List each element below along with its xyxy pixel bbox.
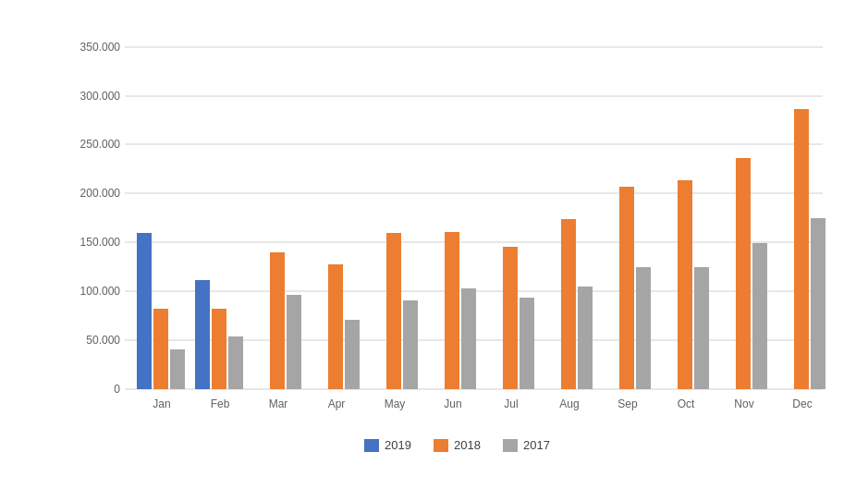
legend-item-2017: 2017 xyxy=(503,438,550,452)
legend-color-2019 xyxy=(364,439,379,452)
bar-2018-jan xyxy=(153,309,168,389)
bar-2018-dec xyxy=(794,109,809,389)
bar-2017-may xyxy=(403,300,418,389)
legend-label-2019: 2019 xyxy=(385,438,411,452)
x-label-sep: Sep xyxy=(617,397,638,410)
bar-2017-apr xyxy=(345,320,360,389)
x-label-feb: Feb xyxy=(210,397,229,410)
bar-2017-mar xyxy=(287,295,301,389)
x-label-may: May xyxy=(384,397,405,410)
bar-2018-mar xyxy=(270,252,285,389)
x-label-jan: Jan xyxy=(153,397,170,410)
x-label-aug: Aug xyxy=(559,397,579,410)
bar-2018-feb xyxy=(212,309,226,389)
legend-label-2018: 2018 xyxy=(454,438,481,452)
y-label-50: 50.000 xyxy=(86,334,120,347)
bar-2017-jan xyxy=(170,349,185,389)
bar-2017-nov xyxy=(752,243,767,389)
bar-2018-jul xyxy=(503,247,518,389)
bar-2018-sep xyxy=(619,187,634,389)
bar-2017-jun xyxy=(461,288,476,389)
bar-2018-apr xyxy=(328,264,343,389)
y-label-0: 0 xyxy=(114,383,120,396)
y-label-150: 150.000 xyxy=(79,236,120,249)
chart-container: 0 50.000 100.000 150.000 200.000 250.000… xyxy=(18,15,850,486)
bar-2018-aug xyxy=(561,219,576,389)
y-label-200: 200.000 xyxy=(79,187,120,200)
legend-item-2018: 2018 xyxy=(434,438,481,452)
y-label-300: 300.000 xyxy=(79,90,120,103)
bar-2017-oct xyxy=(694,267,709,389)
bar-2019-feb xyxy=(195,280,210,389)
chart-area: 0 50.000 100.000 150.000 200.000 250.000… xyxy=(83,33,832,431)
y-label-100: 100.000 xyxy=(79,285,120,298)
bar-2018-may xyxy=(386,233,401,389)
x-label-jun: Jun xyxy=(444,397,461,410)
bar-2017-feb xyxy=(228,336,243,389)
bar-2017-aug xyxy=(578,287,593,389)
x-label-dec: Dec xyxy=(792,397,812,410)
y-label-350: 350.000 xyxy=(79,41,120,54)
bar-2017-dec xyxy=(811,218,825,389)
bar-2017-sep xyxy=(636,267,651,389)
bar-2018-jun xyxy=(445,232,459,389)
legend-label-2017: 2017 xyxy=(523,438,550,452)
bar-2019-jan xyxy=(137,233,152,389)
legend-color-2018 xyxy=(434,439,448,452)
chart-legend: 2019 2018 2017 xyxy=(83,438,832,452)
legend-item-2019: 2019 xyxy=(364,438,411,452)
x-label-nov: Nov xyxy=(734,397,753,410)
legend-color-2017 xyxy=(503,439,518,452)
bar-2017-jul xyxy=(520,298,534,389)
x-label-jul: Jul xyxy=(504,397,518,410)
y-label-250: 250.000 xyxy=(79,138,120,151)
x-label-mar: Mar xyxy=(268,397,287,410)
bar-2018-nov xyxy=(736,158,751,389)
x-label-apr: Apr xyxy=(327,397,345,410)
bar-2018-oct xyxy=(678,180,692,389)
bar-chart: 0 50.000 100.000 150.000 200.000 250.000… xyxy=(83,33,832,431)
x-label-oct: Oct xyxy=(677,397,694,410)
